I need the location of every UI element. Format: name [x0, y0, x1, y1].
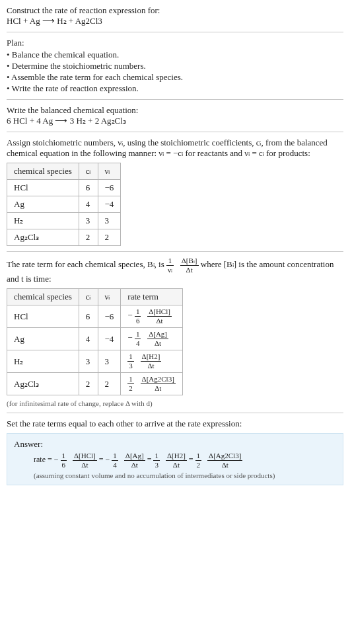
rateterm-table: chemical species cᵢ νᵢ rate term HCl 6 −… [7, 288, 183, 395]
cell-v: 2 [98, 373, 121, 395]
frac-num: Δ[Ag2Cl3] [207, 452, 242, 461]
intro-section: Construct the rate of reaction expressio… [7, 5, 343, 26]
cell-v: −4 [98, 196, 121, 213]
frac-num: 1 [153, 452, 160, 461]
cell-c: 4 [79, 196, 98, 213]
final-text: Set the rate terms equal to each other t… [7, 419, 343, 429]
cell-rate: − 16 Δ[HCl]Δt [121, 305, 183, 328]
answer-prefix: rate = [34, 455, 54, 464]
divider [7, 99, 343, 100]
frac-num: Δ[H2] [166, 452, 187, 461]
col-c: cᵢ [79, 289, 98, 305]
sign: − [106, 455, 110, 464]
cell-v: 2 [98, 229, 121, 246]
col-c: cᵢ [79, 163, 98, 180]
col-v: νᵢ [98, 289, 121, 305]
frac-num: 1 [135, 308, 141, 317]
table-row: H₂ 3 3 13 Δ[H2]Δt [7, 350, 183, 373]
spacer [143, 333, 145, 342]
divider [7, 413, 343, 413]
divider [7, 251, 343, 252]
frac-den: νᵢ [166, 266, 174, 274]
frac-num: 1 [61, 452, 67, 461]
frac-num: Δ[HCl] [147, 308, 172, 317]
frac-den: 2 [195, 461, 202, 469]
spacer [69, 455, 71, 464]
frac-num: 1 [112, 452, 118, 461]
cell-v: 3 [98, 350, 121, 373]
cell-c: 2 [79, 229, 98, 246]
spacer [162, 455, 164, 464]
cell-species: HCl [7, 305, 79, 328]
spacer [203, 455, 205, 464]
cell-c: 4 [79, 328, 98, 350]
frac-den: Δt [147, 339, 168, 347]
stoich-table: chemical species cᵢ νᵢ HCl 6 −6 Ag 4 −4 … [7, 163, 121, 246]
cell-c: 3 [79, 213, 98, 229]
balanced-label: Write the balanced chemical equation: [7, 105, 343, 116]
frac-den: Δt [141, 362, 162, 370]
rateterm-note: (for infinitesimal rate of change, repla… [7, 399, 343, 407]
answer-body: rate = − 16 Δ[HCl]Δt = − 14 Δ[Ag]Δt = 13… [14, 452, 336, 469]
frac-num: 1 [166, 257, 174, 266]
frac-den: 2 [127, 384, 134, 392]
cell-species: Ag [7, 328, 79, 350]
spacer [136, 378, 138, 387]
cell-rate: 13 Δ[H2]Δt [121, 350, 183, 373]
rateterm-section: The rate term for each chemical species,… [7, 257, 343, 407]
stoich-text: Assign stoichiometric numbers, νᵢ, using… [7, 138, 343, 159]
plan-item: • Balance the chemical equation. [7, 50, 343, 60]
plan-label: Plan: [7, 38, 343, 48]
stoich-section: Assign stoichiometric numbers, νᵢ, using… [7, 138, 343, 246]
spacer [143, 310, 145, 320]
frac-den: 6 [135, 317, 141, 325]
cell-species: Ag [7, 196, 79, 213]
final-section: Set the rate terms equal to each other t… [7, 419, 343, 429]
frac-num: Δ[Ag2Cl3] [141, 376, 176, 384]
equals: = [147, 455, 154, 464]
sign: − [127, 333, 132, 342]
sign: − [54, 455, 59, 464]
table-row: Ag 4 −4 − 14 Δ[Ag]Δt [7, 328, 183, 350]
balanced-equation: 6 HCl + 4 Ag ⟶ 3 H₂ + 2 Ag₂Cl₃ [7, 116, 343, 126]
coef-frac: 13 [127, 353, 134, 370]
frac-num: Δ[Bᵢ] [180, 257, 199, 266]
plan-item: • Determine the stoichiometric numbers. [7, 61, 343, 71]
delta-frac: Δ[Ag2Cl3]Δt [141, 376, 176, 392]
plan-section: Plan: • Balance the chemical equation. •… [7, 38, 343, 94]
frac-den: Δt [180, 266, 199, 274]
frac-den: Δt [207, 461, 242, 469]
delta-frac: Δ[Ag2Cl3]Δt [207, 452, 242, 469]
col-species: chemical species [7, 289, 79, 305]
cell-species: HCl [7, 180, 79, 196]
answer-assumption: (assuming constant volume and no accumul… [14, 471, 336, 479]
spacer [176, 259, 178, 269]
rateterm-text: The rate term for each chemical species,… [7, 257, 343, 284]
frac-num: 1 [127, 376, 134, 384]
frac-num: 1 [195, 452, 202, 461]
cell-v: −6 [98, 305, 121, 328]
frac-num: Δ[H2] [141, 353, 162, 362]
plan-list: • Balance the chemical equation. • Deter… [7, 50, 343, 94]
frac-num: Δ[Ag] [124, 452, 145, 461]
cell-c: 6 [79, 305, 98, 328]
frac-num: 1 [127, 353, 134, 362]
divider [7, 32, 343, 32]
coef-frac: 14 [135, 331, 141, 347]
frac-den: 3 [127, 362, 134, 370]
delta-frac: Δ[HCl]Δt [147, 308, 172, 325]
frac-den: Δt [166, 461, 187, 469]
divider [7, 132, 343, 132]
intro-equation: HCl + Ag ⟶ H₂ + Ag2Cl3 [7, 16, 343, 26]
frac-1-over-nu: 1 νᵢ [166, 257, 174, 274]
frac-num: 1 [135, 331, 141, 339]
rateterm-before: The rate term for each chemical species,… [7, 259, 166, 269]
table-header-row: chemical species cᵢ νᵢ [7, 163, 121, 180]
balanced-section: Write the balanced chemical equation: 6 … [7, 105, 343, 126]
cell-v: 3 [98, 213, 121, 229]
col-rate: rate term [121, 289, 183, 305]
frac-num: Δ[HCl] [73, 452, 97, 461]
cell-species: Ag₂Cl₃ [7, 373, 79, 395]
frac-den: 3 [153, 461, 160, 469]
equals: = [189, 455, 195, 464]
